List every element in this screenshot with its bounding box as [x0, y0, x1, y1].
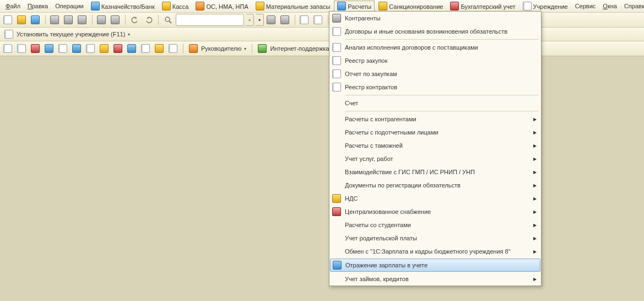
leader-button[interactable]: Руководителю ▾ — [187, 43, 248, 54]
new-icon[interactable] — [2, 14, 14, 26]
menu-item-13[interactable]: Учет услуг, работ — [329, 152, 541, 165]
rpt-icon-4[interactable] — [44, 42, 56, 55]
search-dropdown-icon[interactable]: ▾ — [256, 14, 264, 26]
menu-item-icon — [332, 14, 343, 23]
menu-item-label: Учет услуг, работ — [343, 155, 537, 162]
menu-stocks[interactable]: Материальные запасы — [252, 1, 334, 12]
menu-accounting[interactable]: Бухгалтерский учет — [447, 1, 518, 12]
rpt-icon-1[interactable] — [2, 42, 14, 55]
menu-separator — [345, 39, 539, 40]
menu-item-19[interactable]: Учет родительской платы — [329, 232, 541, 245]
menu-service[interactable]: Сервис — [572, 2, 599, 10]
menu-item-14[interactable]: Взаимодействие с ГИС ГМП / ИС РНИП / УНП — [329, 165, 541, 179]
separator — [295, 15, 295, 25]
find-next-icon[interactable] — [266, 14, 278, 26]
menu-item-label: НДС — [343, 195, 537, 202]
save-icon[interactable] — [30, 14, 42, 26]
chevron-down-icon: ▾ — [128, 32, 130, 37]
arrows-icon — [337, 2, 346, 10]
copy-icon[interactable] — [63, 14, 75, 26]
window2-icon[interactable] — [312, 14, 324, 26]
menu-item-18[interactable]: Расчеты со студентами — [329, 218, 541, 232]
open-icon[interactable] — [16, 14, 28, 26]
search-clear-icon[interactable]: × — [246, 14, 254, 26]
menu-item-label: Документы по регистрации обязательств — [343, 182, 537, 189]
menu-item-0[interactable]: Контрагенты — [329, 12, 541, 25]
menu-item-17[interactable]: Централизованное снабжение — [329, 205, 541, 218]
rpt-icon-3[interactable] — [30, 42, 42, 55]
support-button[interactable]: Интернет-поддержка ▾ — [256, 43, 336, 54]
rpt-icon-7[interactable] — [85, 42, 97, 55]
coins-icon — [162, 2, 171, 10]
separator — [252, 44, 252, 53]
menu-item-3[interactable]: Анализ исполнения договоров с поставщика… — [329, 41, 541, 54]
rpt-icon-11[interactable] — [140, 42, 152, 55]
menu-item-21[interactable]: Отражение зарплаты в учете — [330, 259, 540, 272]
menu-item-8[interactable]: Счет — [329, 96, 541, 110]
rpt-icon-8[interactable] — [99, 42, 111, 55]
rpt-icon-6[interactable] — [71, 42, 83, 55]
menu-item-6[interactable]: Реестр контрактов — [329, 80, 541, 94]
search-icon[interactable] — [162, 14, 174, 26]
menu-institution[interactable]: Учреждение — [519, 1, 571, 12]
menu-item-4[interactable]: Реестр закупок — [329, 54, 541, 67]
find-prev-icon[interactable] — [279, 14, 291, 26]
menu-edit[interactable]: Правка — [24, 2, 51, 10]
menu-item-label: Договоры и иные основания возникновения … — [343, 28, 537, 35]
undo-icon[interactable] — [129, 14, 141, 26]
menu-file[interactable]: Файл — [2, 2, 24, 10]
rpt-icon-10[interactable] — [126, 42, 138, 55]
paper-icon — [523, 2, 532, 10]
print-icon[interactable] — [96, 14, 108, 26]
menu-windows[interactable]: Окна — [599, 2, 620, 10]
menu-item-12[interactable]: Расчеты с таможней — [329, 139, 541, 152]
toolbar-main: × ▾ i ▾ — [0, 13, 644, 28]
menu-item-icon — [332, 194, 343, 203]
menu-item-16[interactable]: НДС — [329, 192, 541, 205]
menu-treasury[interactable]: Казначейство/Банк — [88, 1, 158, 12]
menu-item-5[interactable]: Отчет по закупкам — [329, 67, 541, 80]
menu-item-11[interactable]: Расчеты с подотчетными лицами — [329, 126, 541, 139]
menu-item-label: Расчеты со студентами — [343, 222, 537, 228]
svg-line-1 — [169, 21, 171, 23]
menu-cash[interactable]: Касса — [159, 1, 192, 12]
redo-icon[interactable] — [143, 14, 155, 26]
menu-item-label: Учет займов, кредитов — [343, 276, 537, 282]
set-institution-button[interactable]: Установить текущее учреждение (F11) ▾ — [2, 29, 132, 40]
box-icon — [256, 2, 264, 10]
menu-calculations[interactable]: Расчеты — [334, 1, 375, 12]
menu-item-20[interactable]: Обмен с "1С:Зарплата и кадры бюджетного … — [329, 245, 541, 258]
rpt-icon-13[interactable] — [167, 42, 180, 55]
menu-item-label: Расчеты с контрагентами — [343, 116, 537, 122]
menu-item-label: Счет — [343, 100, 537, 106]
menu-operations[interactable]: Операции — [52, 2, 86, 10]
menu-item-15[interactable]: Документы по регистрации обязательств — [329, 179, 541, 192]
separator — [45, 15, 46, 25]
rpt-icon-9[interactable] — [112, 42, 125, 55]
menu-item-icon — [332, 207, 343, 216]
truck-icon — [196, 2, 204, 10]
menu-item-10[interactable]: Расчеты с контрагентами — [329, 112, 541, 126]
menu-item-icon — [332, 56, 343, 65]
chevron-down-icon: ▾ — [244, 46, 246, 51]
menu-assets[interactable]: ОС, НМА, НПА — [192, 1, 251, 12]
preview-icon[interactable] — [110, 14, 122, 26]
search-input[interactable] — [176, 14, 244, 26]
window1-icon[interactable] — [299, 14, 311, 26]
workspace — [0, 56, 644, 301]
support-label: Интернет-поддержка — [270, 45, 329, 52]
rpt-icon-5[interactable] — [57, 42, 69, 55]
calendar-icon — [378, 2, 387, 10]
rpt-icon-12[interactable] — [154, 42, 166, 55]
paste-icon[interactable] — [77, 14, 89, 26]
rpt-icon-2[interactable] — [16, 42, 28, 55]
menu-sanctions[interactable]: Санкционирование — [375, 1, 446, 12]
menu-help[interactable]: Справка — [621, 2, 644, 10]
cut-icon[interactable] — [49, 14, 61, 26]
menu-item-22[interactable]: Учет займов, кредитов — [329, 272, 541, 286]
menu-item-1[interactable]: Договоры и иные основания возникновения … — [329, 25, 541, 38]
menu-item-icon — [332, 27, 343, 36]
menu-item-label: Отражение зарплаты в учете — [343, 262, 536, 268]
separator — [158, 15, 159, 25]
separator — [183, 44, 183, 53]
